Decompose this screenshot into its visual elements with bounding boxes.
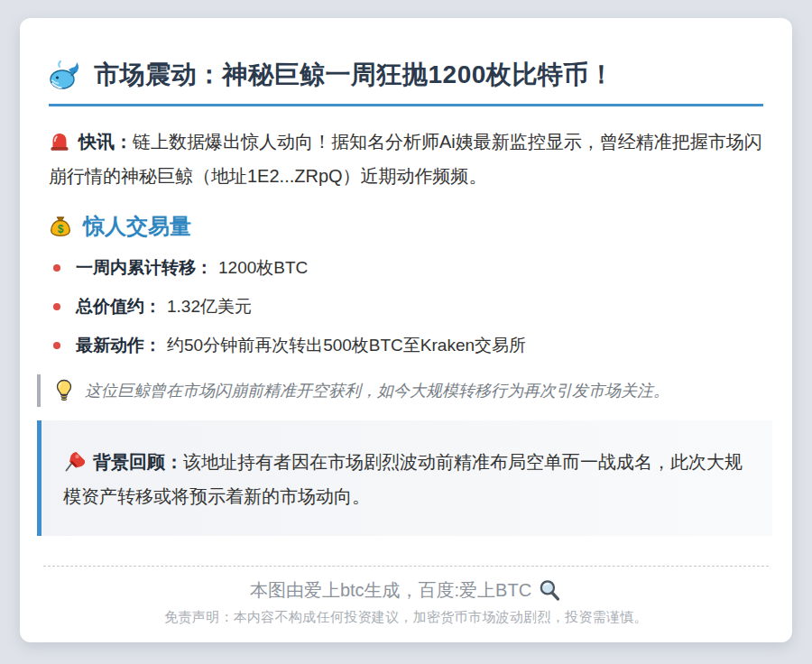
stat-value: 1200枚BTC xyxy=(218,256,308,280)
background-review-label: 背景回顾： xyxy=(93,452,183,472)
svg-text:$: $ xyxy=(58,223,64,235)
footer-disclaimer: 免责声明：本内容不构成任何投资建议，加密货币市场波动剧烈，投资需谨慎。 xyxy=(49,609,763,626)
bullet-dot-icon xyxy=(53,342,60,349)
quote-text: 这位巨鲸曾在市场闪崩前精准开空获利，如今大规模转移行为再次引发市场关注。 xyxy=(85,380,669,401)
footer-credit: 本图由爱上btc生成，百度:爱上BTC xyxy=(49,578,763,603)
bullet-dot-icon xyxy=(53,264,60,272)
page-title: 市场震动：神秘巨鲸一周狂抛1200枚比特币！ xyxy=(94,58,614,92)
stat-label: 总价值约： xyxy=(76,295,161,318)
page-title-row: 市场震动：神秘巨鲸一周狂抛1200枚比特币！ xyxy=(49,58,763,106)
list-item: 总价值约： 1.32亿美元 xyxy=(49,295,763,318)
stat-value: 约50分钟前再次转出500枚BTC至Kraken交易所 xyxy=(167,334,526,357)
newsflash-label: 快讯： xyxy=(78,132,133,152)
stat-label: 最新动作： xyxy=(76,334,161,357)
siren-icon xyxy=(49,131,70,152)
analyst-quote: 这位巨鲸曾在市场闪崩前精准开空获利，如今大规模转移行为再次引发市场关注。 xyxy=(37,374,763,407)
list-item: 最新动作： 约50分钟前再次转出500枚BTC至Kraken交易所 xyxy=(49,334,763,357)
whale-icon xyxy=(49,59,81,91)
background-review-box: 背景回顾：该地址持有者因在市场剧烈波动前精准布局空单而一战成名，此次大规模资产转… xyxy=(37,420,772,536)
stat-value: 1.32亿美元 xyxy=(167,295,252,318)
bullet-dot-icon xyxy=(53,303,60,310)
newsflash-paragraph: 快讯：链上数据爆出惊人动向！据知名分析师Ai姨最新监控显示，曾经精准把握市场闪崩… xyxy=(49,124,763,193)
stats-list: 一周内累计转移： 1200枚BTC 总价值约： 1.32亿美元 最新动作： 约5… xyxy=(49,256,763,357)
volume-section-title: 惊人交易量 xyxy=(83,212,191,241)
list-item: 一周内累计转移： 1200枚BTC xyxy=(49,256,763,280)
pushpin-icon xyxy=(63,449,85,473)
dashed-divider xyxy=(43,566,769,567)
news-card: 市场震动：神秘巨鲸一周狂抛1200枚比特币！ 快讯：链上数据爆出惊人动向！据知名… xyxy=(20,18,792,642)
lightbulb-icon xyxy=(53,379,75,402)
footer-credit-text: 本图由爱上btc生成，百度:爱上BTC xyxy=(250,578,531,603)
stat-label: 一周内累计转移： xyxy=(76,256,213,280)
volume-section-heading: $ 惊人交易量 xyxy=(49,212,763,241)
moneybag-icon: $ xyxy=(49,215,72,238)
newsflash-text: 链上数据爆出惊人动向！据知名分析师Ai姨最新监控显示，曾经精准把握市场闪崩行情的… xyxy=(49,132,762,186)
magnifier-icon xyxy=(538,578,562,603)
